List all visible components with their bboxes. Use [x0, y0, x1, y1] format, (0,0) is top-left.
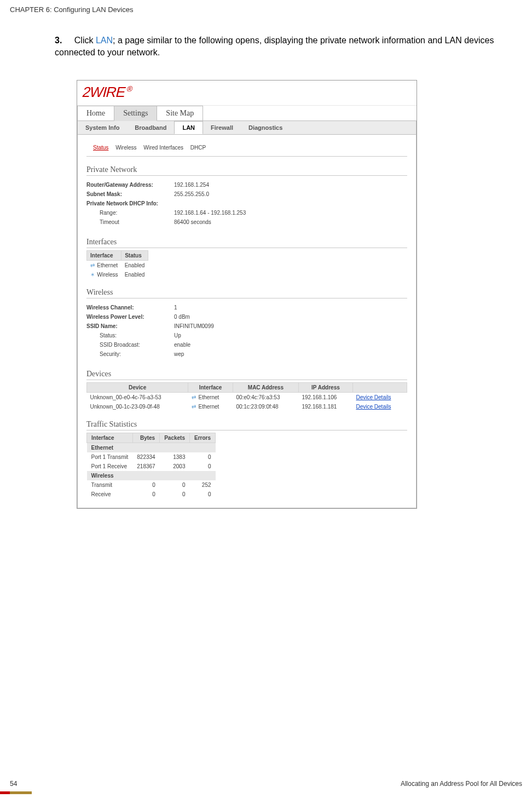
subtab-systeminfo[interactable]: System Info: [78, 122, 127, 134]
label-router-addr: Router/Gateway Address:: [86, 182, 174, 188]
label-ssid: SSID Name:: [86, 323, 174, 329]
ethernet-icon: ⇄: [192, 394, 197, 400]
logo-2wire: 2WIRE®: [80, 84, 133, 101]
section-wireless: Wireless: [86, 279, 407, 298]
label-subnet: Subnet Mask:: [86, 191, 174, 197]
iface-col-interface: Interface: [87, 251, 122, 261]
page-number: 54: [10, 780, 17, 788]
dev-col-mac: MAC Address: [233, 383, 298, 393]
subtab-lan[interactable]: LAN: [174, 121, 203, 134]
step-pre-text: Click: [74, 36, 96, 45]
inner-nav: Status Wireless Wired Interfaces DHCP: [86, 140, 407, 157]
device-details-link[interactable]: Device Details: [356, 394, 391, 400]
traf-col-bytes: Bytes: [132, 433, 159, 443]
label-ssidbcast: SSID Broadcast:: [86, 342, 174, 348]
ethernet-icon: ⇄: [90, 262, 96, 268]
subtab-firewall[interactable]: Firewall: [203, 122, 241, 134]
label-wchannel: Wireless Channel:: [86, 305, 174, 311]
label-timeout: Timeout: [86, 219, 174, 225]
label-security: Security:: [86, 351, 174, 357]
inner-nav-wireless[interactable]: Wireless: [115, 145, 136, 151]
inner-nav-status[interactable]: Status: [93, 145, 108, 151]
value-router-addr: 192.168.1.254: [174, 182, 209, 188]
value-wstatus: Up: [174, 332, 181, 338]
section-traffic: Traffic Statistics: [86, 411, 407, 430]
sub-tabs: System Info Broadband LAN Firewall Diagn…: [77, 121, 417, 135]
table-row: Unknown_00-e0-4c-76-a3-53 ⇄ Ethernet 00:…: [87, 393, 407, 403]
traf-col-errors: Errors: [190, 433, 216, 443]
traf-group-wireless: Wireless: [87, 471, 216, 480]
value-security: wep: [174, 351, 184, 357]
traf-col-packets: Packets: [160, 433, 190, 443]
table-row: Port 1 Transmit 822334 1383 0: [87, 452, 216, 462]
table-row: Transmit 0 0 252: [87, 480, 216, 490]
table-row: ⇄ Ethernet Enabled: [87, 261, 148, 271]
value-ssid: INFINITUM0099: [174, 323, 214, 329]
top-tabs: Home Settings Site Map: [77, 106, 417, 121]
dev-col-device: Device: [87, 383, 188, 393]
table-row: Receive 0 0 0: [87, 490, 216, 499]
value-ssidbcast: enable: [174, 342, 190, 348]
section-interfaces: Interfaces: [86, 229, 407, 248]
dev-col-blank: [352, 383, 407, 393]
section-devices: Devices: [86, 361, 407, 380]
chapter-header: CHAPTER 6: Configuring LAN Devices: [0, 0, 532, 14]
table-row: Port 1 Receive 218367 2003 0: [87, 462, 216, 471]
table-row: Unknown_00-1c-23-09-0f-48 ⇄ Ethernet 00:…: [87, 402, 407, 411]
inner-nav-dhcp[interactable]: DHCP: [190, 145, 206, 151]
value-wchannel: 1: [174, 305, 177, 311]
traf-group-ethernet: Ethernet: [87, 443, 216, 453]
footer-accent-gold: [10, 791, 32, 794]
label-wstatus: Status:: [86, 332, 174, 338]
value-subnet: 255.255.255.0: [174, 191, 209, 197]
tab-sitemap[interactable]: Site Map: [157, 106, 203, 120]
value-range: 192.168.1.64 - 192.168.1.253: [174, 210, 246, 216]
dev-col-interface: Interface: [188, 383, 233, 393]
wireless-icon: ✶: [90, 272, 96, 277]
value-timeout: 86400 seconds: [174, 219, 211, 225]
traf-col-interface: Interface: [87, 433, 133, 443]
ethernet-icon: ⇄: [192, 404, 197, 409]
label-wpower: Wireless Power Level:: [86, 314, 174, 320]
page-footer: 54 Allocating an Address Pool for All De…: [0, 780, 532, 788]
dev-col-ip: IP Address: [298, 383, 352, 393]
lan-link: LAN: [96, 36, 113, 45]
label-range: Range:: [86, 210, 174, 216]
footer-accent-red: [0, 791, 10, 794]
inner-nav-wired[interactable]: Wired Interfaces: [143, 145, 183, 151]
value-wpower: 0 dBm: [174, 314, 190, 320]
footer-title: Allocating an Address Pool for All Devic…: [401, 780, 522, 788]
label-dhcp-info: Private Network DHCP Info:: [86, 200, 174, 206]
router-ui-screenshot: 2WIRE® Home Settings Site Map System Inf…: [77, 80, 417, 509]
tab-home[interactable]: Home: [77, 106, 114, 120]
section-private-network: Private Network: [86, 157, 407, 176]
table-row: ✶ Wireless Enabled: [87, 270, 148, 279]
instruction-step: 3. Click LAN; a page similar to the foll…: [0, 14, 532, 69]
iface-col-status: Status: [122, 251, 148, 261]
tab-settings[interactable]: Settings: [114, 106, 157, 121]
subtab-diagnostics[interactable]: Diagnostics: [241, 122, 290, 134]
step-post-text: ; a page similar to the following opens,…: [55, 36, 494, 57]
step-number: 3.: [55, 36, 62, 45]
device-details-link[interactable]: Device Details: [356, 404, 391, 410]
subtab-broadband[interactable]: Broadband: [127, 122, 174, 134]
